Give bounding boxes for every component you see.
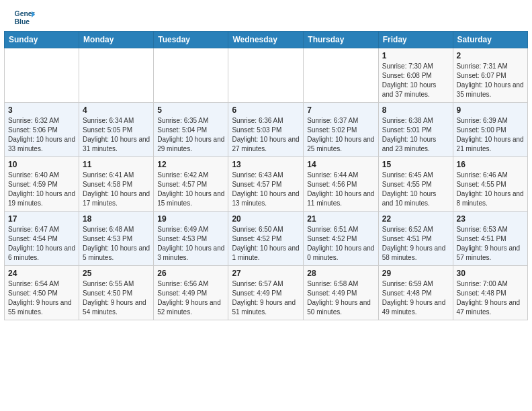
svg-text:Blue: Blue	[15, 18, 30, 26]
day-number: 25	[83, 269, 150, 278]
day-number: 7	[307, 105, 374, 115]
day-info: Sunrise: 6:36 AM Sunset: 5:03 PM Dayligh…	[232, 116, 300, 154]
day-number: 14	[307, 160, 374, 169]
day-info: Sunrise: 6:42 AM Sunset: 4:57 PM Dayligh…	[157, 171, 224, 208]
day-info: Sunrise: 6:47 AM Sunset: 4:54 PM Dayligh…	[8, 225, 75, 263]
day-info: Sunrise: 6:52 AM Sunset: 4:51 PM Dayligh…	[382, 225, 449, 263]
day-info: Sunrise: 6:44 AM Sunset: 4:56 PM Dayligh…	[307, 171, 374, 208]
day-cell: 2Sunrise: 7:31 AM Sunset: 6:07 PM Daylig…	[453, 48, 527, 103]
day-info: Sunrise: 6:34 AM Sunset: 5:05 PM Dayligh…	[83, 116, 150, 154]
day-cell: 6Sunrise: 6:36 AM Sunset: 5:03 PM Daylig…	[228, 103, 304, 157]
day-cell: 28Sunrise: 6:58 AM Sunset: 4:49 PM Dayli…	[304, 266, 378, 320]
day-cell	[304, 48, 378, 103]
day-info: Sunrise: 6:49 AM Sunset: 4:53 PM Dayligh…	[157, 225, 224, 263]
day-cell: 7Sunrise: 6:37 AM Sunset: 5:02 PM Daylig…	[304, 103, 378, 157]
header-row: SundayMondayTuesdayWednesdayThursdayFrid…	[5, 32, 528, 48]
day-info: Sunrise: 6:59 AM Sunset: 4:48 PM Dayligh…	[382, 279, 449, 317]
day-info: Sunrise: 6:43 AM Sunset: 4:57 PM Dayligh…	[232, 171, 300, 208]
day-number: 10	[8, 160, 75, 169]
day-cell	[154, 48, 228, 103]
day-info: Sunrise: 7:00 AM Sunset: 4:48 PM Dayligh…	[457, 279, 524, 317]
calendar-header: SundayMondayTuesdayWednesdayThursdayFrid…	[5, 32, 528, 48]
week-row-3: 10Sunrise: 6:40 AM Sunset: 4:59 PM Dayli…	[5, 157, 528, 212]
page-header: General Blue	[0, 0, 532, 31]
day-number: 23	[457, 214, 524, 224]
day-number: 5	[157, 105, 224, 115]
day-header-sunday: Sunday	[5, 32, 79, 48]
day-header-thursday: Thursday	[304, 32, 378, 48]
day-header-monday: Monday	[79, 32, 154, 48]
day-number: 22	[382, 214, 449, 224]
day-cell: 19Sunrise: 6:49 AM Sunset: 4:53 PM Dayli…	[154, 212, 228, 266]
day-cell: 15Sunrise: 6:45 AM Sunset: 4:55 PM Dayli…	[378, 157, 453, 212]
day-number: 17	[8, 214, 75, 224]
day-info: Sunrise: 6:37 AM Sunset: 5:02 PM Dayligh…	[307, 116, 374, 154]
day-info: Sunrise: 6:57 AM Sunset: 4:49 PM Dayligh…	[232, 279, 300, 317]
day-cell: 14Sunrise: 6:44 AM Sunset: 4:56 PM Dayli…	[304, 157, 378, 212]
week-row-4: 17Sunrise: 6:47 AM Sunset: 4:54 PM Dayli…	[5, 212, 528, 266]
day-number: 28	[307, 269, 374, 278]
day-cell: 10Sunrise: 6:40 AM Sunset: 4:59 PM Dayli…	[5, 157, 79, 212]
day-number: 26	[157, 269, 224, 278]
day-number: 13	[232, 160, 300, 169]
day-info: Sunrise: 6:48 AM Sunset: 4:53 PM Dayligh…	[83, 225, 150, 263]
day-number: 11	[83, 160, 150, 169]
day-cell: 3Sunrise: 6:32 AM Sunset: 5:06 PM Daylig…	[5, 103, 79, 157]
day-info: Sunrise: 6:38 AM Sunset: 5:01 PM Dayligh…	[382, 116, 449, 154]
day-cell: 8Sunrise: 6:38 AM Sunset: 5:01 PM Daylig…	[378, 103, 453, 157]
week-row-1: 1Sunrise: 7:30 AM Sunset: 6:08 PM Daylig…	[5, 48, 528, 103]
day-info: Sunrise: 6:41 AM Sunset: 4:58 PM Dayligh…	[83, 171, 150, 208]
day-cell: 1Sunrise: 7:30 AM Sunset: 6:08 PM Daylig…	[378, 48, 453, 103]
calendar-wrapper: SundayMondayTuesdayWednesdayThursdayFrid…	[0, 31, 532, 324]
week-row-2: 3Sunrise: 6:32 AM Sunset: 5:06 PM Daylig…	[5, 103, 528, 157]
day-number: 3	[8, 105, 75, 115]
day-info: Sunrise: 7:31 AM Sunset: 6:07 PM Dayligh…	[457, 62, 524, 99]
day-cell	[5, 48, 79, 103]
day-header-wednesday: Wednesday	[228, 32, 304, 48]
day-cell: 24Sunrise: 6:54 AM Sunset: 4:50 PM Dayli…	[5, 266, 79, 320]
day-number: 9	[457, 105, 524, 115]
day-number: 1	[382, 51, 449, 60]
day-cell: 29Sunrise: 6:59 AM Sunset: 4:48 PM Dayli…	[378, 266, 453, 320]
day-info: Sunrise: 6:51 AM Sunset: 4:52 PM Dayligh…	[307, 225, 374, 263]
day-number: 21	[307, 214, 374, 224]
day-number: 19	[157, 214, 224, 224]
day-info: Sunrise: 7:30 AM Sunset: 6:08 PM Dayligh…	[382, 62, 449, 99]
day-cell: 26Sunrise: 6:56 AM Sunset: 4:49 PM Dayli…	[154, 266, 228, 320]
day-cell: 21Sunrise: 6:51 AM Sunset: 4:52 PM Dayli…	[304, 212, 378, 266]
day-cell: 16Sunrise: 6:46 AM Sunset: 4:55 PM Dayli…	[453, 157, 527, 212]
day-number: 6	[232, 105, 300, 115]
day-info: Sunrise: 6:58 AM Sunset: 4:49 PM Dayligh…	[307, 279, 374, 317]
day-cell: 12Sunrise: 6:42 AM Sunset: 4:57 PM Dayli…	[154, 157, 228, 212]
day-cell: 9Sunrise: 6:39 AM Sunset: 5:00 PM Daylig…	[453, 103, 527, 157]
logo: General Blue	[13, 7, 35, 28]
day-info: Sunrise: 6:54 AM Sunset: 4:50 PM Dayligh…	[8, 279, 75, 317]
logo-icon: General Blue	[13, 7, 35, 28]
day-number: 16	[457, 160, 524, 169]
day-number: 15	[382, 160, 449, 169]
day-cell: 17Sunrise: 6:47 AM Sunset: 4:54 PM Dayli…	[5, 212, 79, 266]
day-number: 12	[157, 160, 224, 169]
day-info: Sunrise: 6:39 AM Sunset: 5:00 PM Dayligh…	[457, 116, 524, 154]
day-number: 4	[83, 105, 150, 115]
day-cell: 25Sunrise: 6:55 AM Sunset: 4:50 PM Dayli…	[79, 266, 154, 320]
day-number: 29	[382, 269, 449, 278]
day-number: 20	[232, 214, 300, 224]
day-header-saturday: Saturday	[453, 32, 527, 48]
day-header-tuesday: Tuesday	[154, 32, 228, 48]
day-cell: 13Sunrise: 6:43 AM Sunset: 4:57 PM Dayli…	[228, 157, 304, 212]
day-cell: 30Sunrise: 7:00 AM Sunset: 4:48 PM Dayli…	[453, 266, 527, 320]
day-cell: 11Sunrise: 6:41 AM Sunset: 4:58 PM Dayli…	[79, 157, 154, 212]
day-cell: 22Sunrise: 6:52 AM Sunset: 4:51 PM Dayli…	[378, 212, 453, 266]
day-info: Sunrise: 6:45 AM Sunset: 4:55 PM Dayligh…	[382, 171, 449, 208]
day-info: Sunrise: 6:46 AM Sunset: 4:55 PM Dayligh…	[457, 171, 524, 208]
day-info: Sunrise: 6:32 AM Sunset: 5:06 PM Dayligh…	[8, 116, 75, 154]
day-number: 18	[83, 214, 150, 224]
day-number: 2	[457, 51, 524, 60]
day-number: 8	[382, 105, 449, 115]
day-info: Sunrise: 6:55 AM Sunset: 4:50 PM Dayligh…	[83, 279, 150, 317]
day-header-friday: Friday	[378, 32, 453, 48]
day-info: Sunrise: 6:40 AM Sunset: 4:59 PM Dayligh…	[8, 171, 75, 208]
calendar-body: 1Sunrise: 7:30 AM Sunset: 6:08 PM Daylig…	[5, 48, 528, 320]
day-number: 30	[457, 269, 524, 278]
